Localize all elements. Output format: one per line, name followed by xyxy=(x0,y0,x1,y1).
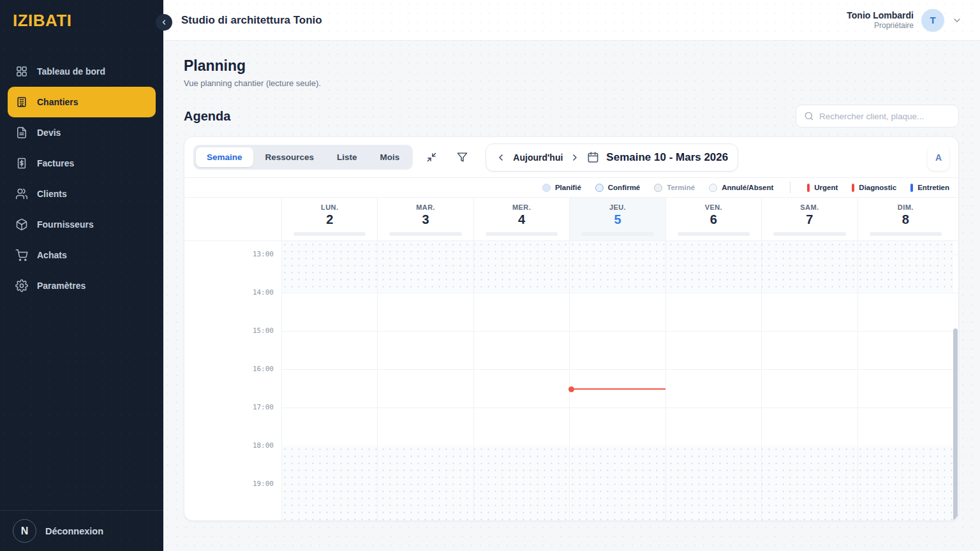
sidebar-item-label: Paramètres xyxy=(37,281,85,291)
sidebar-item-param-tres[interactable]: Paramètres xyxy=(8,270,156,301)
date-navigation: Aujourd'hui Semaine 10 - Mars 2026 xyxy=(486,143,738,172)
filter-button[interactable] xyxy=(450,145,474,170)
view-tab-semaine[interactable]: Semaine xyxy=(196,147,253,167)
page-subtitle: Vue planning chantier (lecture seule). xyxy=(184,78,959,88)
status-dot-icon xyxy=(595,184,604,192)
package-icon xyxy=(15,218,28,231)
page-title: Planning xyxy=(184,57,959,75)
day-capacity-bar xyxy=(486,232,558,236)
day-column-mar xyxy=(377,241,473,520)
view-tabs: SemaineRessourcesListeMois xyxy=(193,145,413,170)
document-icon xyxy=(15,126,28,139)
sidebar-footer: N Déconnexion xyxy=(0,510,163,551)
search-icon xyxy=(804,111,814,121)
previous-week-button[interactable] xyxy=(496,152,506,163)
sidebar-item-chantiers[interactable]: Chantiers xyxy=(8,87,156,117)
day-header-mar[interactable]: MAR.3 xyxy=(377,198,473,240)
hour-label: 19:00 xyxy=(184,480,281,488)
page-content: Planning Vue planning chantier (lecture … xyxy=(163,41,980,551)
sidebar-item-label: Factures xyxy=(37,158,74,168)
vertical-scrollbar-thumb[interactable] xyxy=(953,328,958,520)
legend-type-urgent: Urgent xyxy=(807,184,838,192)
search-box xyxy=(796,105,959,128)
calendar-grid: 13:0014:0015:0016:0017:0018:0019:00 xyxy=(184,240,958,520)
day-header-ven[interactable]: VEN.6 xyxy=(665,198,761,240)
type-bar-icon xyxy=(807,184,810,192)
legend-label: Terminé xyxy=(667,184,695,191)
day-column-dim xyxy=(858,241,953,520)
legend-label: Annulé/Absent xyxy=(722,184,773,191)
gear-icon xyxy=(15,279,28,292)
user-menu[interactable]: Tonio Lombardi Propriétaire T xyxy=(847,9,962,32)
hour-label: 15:00 xyxy=(184,327,281,335)
legend-status-annul-absent: Annulé/Absent xyxy=(709,184,773,192)
sidebar-item-factures[interactable]: Factures xyxy=(8,148,156,179)
collapse-view-button[interactable] xyxy=(419,145,443,170)
sidebar-menu: Tableau de bordChantiersDevisFacturesCli… xyxy=(0,41,163,510)
logo-wrap: IZIBATI xyxy=(0,0,163,41)
locale-button[interactable]: A xyxy=(928,144,949,171)
legend-row: PlanifiéConfirméTerminéAnnulé/AbsentUrge… xyxy=(184,178,958,197)
chevron-left-icon xyxy=(160,18,168,26)
day-header-dim[interactable]: DIM.8 xyxy=(858,198,953,240)
calendar-card: SemaineRessourcesListeMois xyxy=(184,136,959,521)
sidebar: IZIBATI Tableau de bordChantiersDevisFac… xyxy=(0,0,163,551)
day-number: 2 xyxy=(282,212,377,227)
sidebar-item-label: Tableau de bord xyxy=(37,66,105,77)
top-header: Studio di architettura Tonio Tonio Lomba… xyxy=(163,0,980,41)
day-header-sam[interactable]: SAM.7 xyxy=(761,198,857,240)
day-abbr: VEN. xyxy=(666,203,761,211)
sidebar-collapse-button[interactable] xyxy=(156,14,172,31)
sidebar-item-achats[interactable]: Achats xyxy=(8,240,156,270)
legend-type-diagnostic: Diagnostic xyxy=(852,184,896,192)
hour-label: 16:00 xyxy=(184,365,281,373)
logout-avatar-letter: N xyxy=(21,525,29,537)
sidebar-item-devis[interactable]: Devis xyxy=(8,117,156,148)
agenda-header-row: Agenda xyxy=(184,105,959,128)
day-header-mer[interactable]: MER.4 xyxy=(473,198,569,240)
legend-label: Diagnostic xyxy=(859,184,896,191)
hour-label: 13:00 xyxy=(184,250,281,258)
search-input[interactable] xyxy=(819,112,951,121)
view-tab-ressources[interactable]: Ressources xyxy=(255,147,325,167)
sidebar-item-tableau-de-bord[interactable]: Tableau de bord xyxy=(8,56,156,87)
invoice-icon xyxy=(15,157,28,170)
chevron-down-icon xyxy=(952,15,962,26)
filter-icon xyxy=(457,152,468,163)
day-header-jeu[interactable]: JEU.5 xyxy=(569,198,665,240)
day-number: 6 xyxy=(666,212,761,227)
day-capacity-bar xyxy=(870,232,942,236)
period-label: Semaine 10 - Mars 2026 xyxy=(606,151,728,164)
next-week-button[interactable] xyxy=(570,152,580,163)
sidebar-item-label: Chantiers xyxy=(37,97,78,107)
day-capacity-bar xyxy=(678,232,750,236)
calendar-toolbar: SemaineRessourcesListeMois xyxy=(184,137,958,178)
app-root: IZIBATI Tableau de bordChantiersDevisFac… xyxy=(0,0,980,551)
day-header-lun[interactable]: LUN.2 xyxy=(281,198,377,240)
day-capacity-bar xyxy=(773,232,846,236)
status-dot-icon xyxy=(709,184,717,192)
today-button[interactable]: Aujourd'hui xyxy=(513,152,563,163)
view-tab-liste[interactable]: Liste xyxy=(326,147,368,167)
day-capacity-bar xyxy=(293,232,366,236)
day-columns-area xyxy=(281,241,953,520)
header-right-gap xyxy=(953,198,958,240)
legend-status-confirm: Confirmé xyxy=(595,184,640,192)
sidebar-item-clients[interactable]: Clients xyxy=(8,179,156,209)
time-gutter-header xyxy=(184,198,281,240)
logout-button[interactable]: Déconnexion xyxy=(45,526,103,536)
day-columns-overlay xyxy=(281,241,953,520)
users-icon xyxy=(15,187,28,200)
day-number: 3 xyxy=(378,212,473,227)
type-bar-icon xyxy=(910,184,913,192)
status-dot-icon xyxy=(654,184,662,192)
day-abbr: JEU. xyxy=(570,203,665,211)
day-number: 8 xyxy=(858,212,953,227)
status-dot-icon xyxy=(542,184,551,192)
current-time-indicator xyxy=(569,388,665,390)
user-avatar[interactable]: T xyxy=(921,9,944,32)
legend-type-entretien: Entretien xyxy=(910,184,949,192)
sidebar-item-fournisseurs[interactable]: Fournisseurs xyxy=(8,209,156,240)
view-tab-mois[interactable]: Mois xyxy=(369,147,411,167)
day-abbr: DIM. xyxy=(858,203,953,211)
